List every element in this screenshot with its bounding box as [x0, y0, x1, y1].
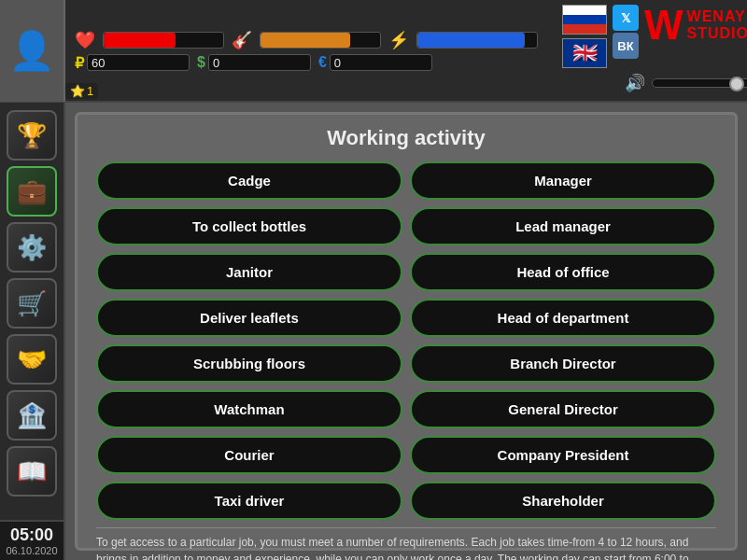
book-icon: 📖: [17, 457, 47, 486]
date-display: 06.10.2020: [0, 545, 63, 556]
eur-value: 0: [334, 56, 341, 70]
health-bar-fill: [104, 33, 176, 48]
volume-knob[interactable]: [729, 77, 744, 91]
usd-box: $ 0: [197, 54, 311, 71]
star-badge: ⭐ 1: [65, 83, 98, 99]
guitar-bar: [260, 32, 381, 49]
time-display: 05:00: [0, 525, 63, 545]
sidebar-item-handshake[interactable]: 🤝: [7, 334, 57, 385]
job-button-right-5[interactable]: General Director: [410, 390, 716, 428]
job-button-left-3[interactable]: Deliver leaflets: [96, 299, 402, 337]
job-button-right-1[interactable]: Lead manager: [410, 207, 716, 245]
job-button-right-7[interactable]: Shareholder: [410, 482, 716, 520]
social-icons: 𝕏 ВК: [613, 5, 639, 59]
star-value: 1: [87, 84, 93, 98]
heart-icon: ❤️: [75, 30, 95, 50]
flag-uk[interactable]: [562, 38, 607, 68]
top-bar: 👤 ❤️ 🎸 ⚡ ₽ 60 $: [0, 0, 747, 103]
sidebar-item-briefcase[interactable]: 💼: [7, 166, 57, 217]
job-button-left-7[interactable]: Taxi driver: [96, 482, 402, 520]
job-button-left-5[interactable]: Watchman: [96, 390, 402, 428]
volume-bar[interactable]: [652, 78, 747, 88]
currency-row: ₽ 60 $ 0 € 0: [75, 54, 538, 72]
eur-box: € 0: [318, 54, 432, 71]
panel-title: Working activity: [96, 126, 716, 150]
job-button-right-0[interactable]: Manager: [410, 161, 716, 200]
rub-symbol: ₽: [75, 54, 84, 72]
usd-value: 0: [213, 56, 219, 70]
eur-symbol: €: [318, 54, 327, 71]
health-bar: [103, 32, 224, 49]
logo-text: WENAY: [687, 8, 747, 25]
flag-russia[interactable]: [562, 5, 607, 35]
top-right: 𝕏 ВК W WENAY STUDIO: [547, 0, 747, 102]
avatar[interactable]: 👤: [0, 0, 65, 102]
energy-bar: [416, 32, 538, 49]
job-button-left-2[interactable]: Janitor: [96, 253, 402, 291]
stats-area: ❤️ 🎸 ⚡ ₽ 60 $ 0: [65, 24, 547, 77]
logo-area: W WENAY STUDIO: [644, 5, 747, 46]
job-button-left-1[interactable]: To collect bottles: [96, 207, 402, 245]
guitar-icon: 🎸: [232, 30, 252, 50]
job-button-left-4[interactable]: Scrubbing floors: [96, 344, 402, 383]
jobs-grid: CadgeManagerTo collect bottlesLead manag…: [96, 161, 716, 520]
sidebar: 🏆 💼 ⚙️ 🛒 🤝 🏦 📖: [0, 103, 65, 560]
content-panel: Working activity CadgeManagerTo collect …: [75, 112, 738, 551]
logo-studio-text: STUDIO: [687, 25, 747, 42]
job-button-left-6[interactable]: Courier: [96, 436, 402, 474]
time-box: 05:00 06.10.2020: [0, 520, 65, 560]
sidebar-item-bank[interactable]: 🏦: [7, 390, 57, 441]
sidebar-item-gear[interactable]: ⚙️: [7, 222, 57, 273]
twitter-icon: 𝕏: [621, 11, 630, 25]
eur-bar: 0: [330, 54, 432, 71]
energy-icon: ⚡: [388, 30, 409, 50]
job-button-right-3[interactable]: Head of department: [410, 299, 716, 337]
vk-button[interactable]: ВК: [613, 33, 639, 59]
vk-icon: ВК: [617, 39, 633, 53]
sidebar-item-cart[interactable]: 🛒: [7, 278, 57, 329]
volume-row: 🔊: [622, 70, 747, 102]
energy-bar-fill: [417, 33, 525, 48]
info-text: To get access to a particular job, you m…: [96, 527, 716, 560]
handshake-icon: 🤝: [17, 345, 47, 374]
rub-bar: 60: [87, 54, 190, 71]
star-icon: ⭐: [70, 84, 85, 98]
sound-button[interactable]: 🔊: [622, 70, 648, 96]
trophy-icon: 🏆: [17, 121, 47, 150]
sidebar-item-book[interactable]: 📖: [7, 446, 57, 497]
rub-box: ₽ 60: [75, 54, 190, 72]
gear-icon: ⚙️: [17, 233, 47, 262]
usd-bar: 0: [208, 54, 311, 71]
avatar-icon: 👤: [8, 29, 55, 73]
cart-icon: 🛒: [17, 289, 47, 318]
job-button-right-4[interactable]: Branch Director: [410, 344, 716, 383]
logo-w-icon: W: [644, 5, 684, 46]
main-content: Working activity CadgeManagerTo collect …: [65, 103, 747, 560]
job-button-left-0[interactable]: Cadge: [96, 161, 402, 200]
usd-symbol: $: [197, 54, 205, 71]
briefcase-icon: 💼: [17, 177, 47, 206]
twitter-button[interactable]: 𝕏: [613, 5, 639, 31]
health-row: ❤️ 🎸 ⚡: [75, 30, 538, 50]
rub-value: 60: [92, 56, 105, 70]
job-button-right-6[interactable]: Company President: [410, 436, 716, 474]
sidebar-item-trophy[interactable]: 🏆: [7, 110, 57, 161]
job-button-right-2[interactable]: Head of office: [410, 253, 716, 291]
bank-icon: 🏦: [17, 401, 47, 430]
guitar-bar-fill: [261, 33, 350, 48]
